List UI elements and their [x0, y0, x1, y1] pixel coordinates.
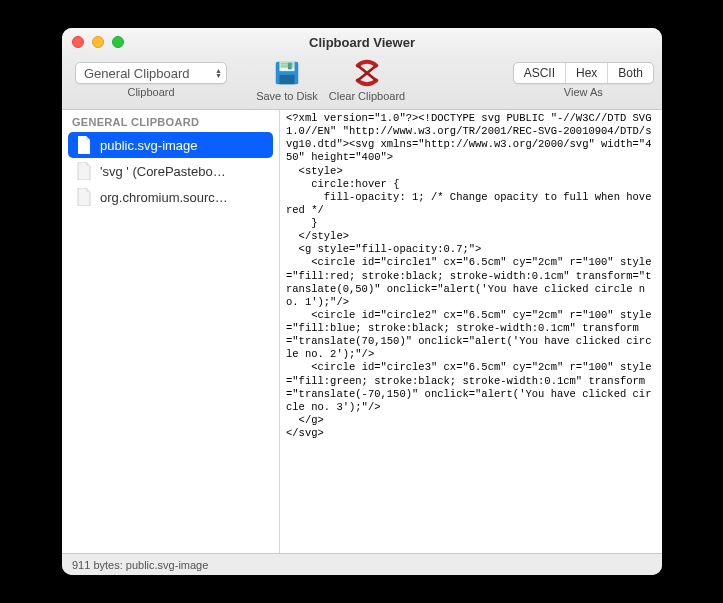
- sidebar-item-label: 'svg ' (CorePastebo…: [100, 164, 226, 179]
- clear-clipboard-button[interactable]: [347, 58, 387, 88]
- status-bar: 911 bytes: public.svg-image: [62, 553, 662, 575]
- titlebar[interactable]: Clipboard Viewer: [62, 28, 662, 56]
- view-as-ascii[interactable]: ASCII: [514, 63, 566, 83]
- view-as-both[interactable]: Both: [608, 63, 653, 83]
- clipboard-select-value: General Clipboard: [84, 66, 190, 81]
- minimize-window-button[interactable]: [92, 36, 104, 48]
- x-icon: [352, 58, 382, 88]
- sidebar-item-org-chromium-source[interactable]: org.chromium.sourc…: [62, 184, 279, 210]
- svg-rect-5: [280, 65, 293, 66]
- sidebar: GENERAL CLIPBOARD public.svg-image 'svg …: [62, 110, 280, 553]
- viewas-group-label: View As: [564, 86, 603, 98]
- sidebar-item-label: public.svg-image: [100, 138, 198, 153]
- save-group-label: Save to Disk: [256, 90, 318, 102]
- svg-rect-4: [280, 63, 293, 64]
- sidebar-header: GENERAL CLIPBOARD: [62, 110, 279, 132]
- file-icon: [76, 136, 92, 154]
- clipboard-group-label: Clipboard: [127, 86, 174, 98]
- content-row: GENERAL CLIPBOARD public.svg-image 'svg …: [62, 110, 662, 553]
- svg-rect-2: [280, 75, 295, 84]
- floppy-disk-icon: [272, 58, 302, 88]
- sidebar-item-public-svg-image[interactable]: public.svg-image: [68, 132, 273, 158]
- svg-rect-3: [288, 63, 292, 70]
- clear-group-label: Clear Clipboard: [329, 90, 405, 102]
- close-window-button[interactable]: [72, 36, 84, 48]
- status-text: 911 bytes: public.svg-image: [72, 559, 208, 571]
- chevron-updown-icon: ▲▼: [215, 68, 222, 78]
- clipboard-select[interactable]: General Clipboard ▲▼: [75, 62, 227, 84]
- sidebar-item-svg-corepasteboard[interactable]: 'svg ' (CorePastebo…: [62, 158, 279, 184]
- view-as-segmented-control: ASCII Hex Both: [513, 62, 654, 84]
- svg-rect-6: [280, 66, 293, 67]
- content-pane[interactable]: <?xml version="1.0"?><!DOCTYPE svg PUBLI…: [280, 110, 662, 553]
- file-icon: [76, 188, 92, 206]
- content-text: <?xml version="1.0"?><!DOCTYPE svg PUBLI…: [280, 110, 662, 442]
- toolbar: General Clipboard ▲▼ Clipboard: [62, 56, 662, 110]
- maximize-window-button[interactable]: [112, 36, 124, 48]
- sidebar-item-label: org.chromium.sourc…: [100, 190, 228, 205]
- app-window: Clipboard Viewer General Clipboard ▲▼ Cl…: [62, 28, 662, 575]
- file-icon: [76, 162, 92, 180]
- view-as-hex[interactable]: Hex: [566, 63, 608, 83]
- window-title: Clipboard Viewer: [62, 35, 662, 50]
- traffic-lights: [72, 36, 124, 48]
- save-to-disk-button[interactable]: [267, 58, 307, 88]
